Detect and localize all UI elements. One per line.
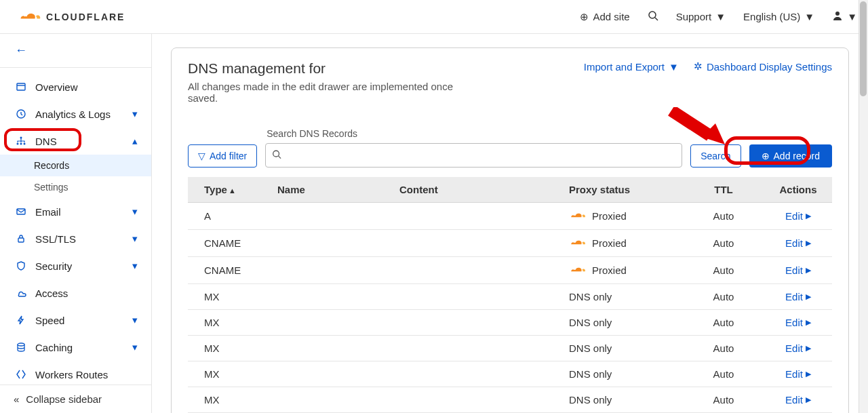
svg-point-13 [273,151,279,157]
edit-button[interactable]: Edit▶ [785,210,811,222]
edit-button[interactable]: Edit▶ [785,264,811,276]
workers-icon [14,368,28,381]
sidebar-item-speed[interactable]: Speed ▾ [0,307,151,334]
edit-button[interactable]: Edit▶ [785,317,811,328]
add-site-label: Add site [593,11,629,22]
table-row: MXDNS onlyAutoEdit▶ [188,336,832,361]
import-export-menu[interactable]: Import and Export ▼ [584,61,679,73]
table-row: AProxiedAutoEdit▶ [188,203,832,230]
cell-type: A [188,203,269,230]
chevron-down-icon: ▾ [132,314,138,326]
cell-actions: Edit▶ [764,310,832,336]
chevron-down-icon: ▼ [669,61,679,73]
search-input[interactable] [265,143,682,168]
display-settings-label: Dashboard Display Settings [707,61,832,73]
topbar-right: ⊕ Add site Support ▼ English (US) ▼ ▼ [580,10,857,23]
sidebar-label: DNS [35,136,57,147]
search-button[interactable]: Search [690,144,741,168]
edit-label: Edit [785,394,803,406]
cell-name [269,230,391,257]
chevron-right-icon: ▶ [806,318,811,327]
cell-actions: Edit▶ [764,387,832,413]
support-menu[interactable]: Support ▼ [676,11,726,22]
sidebar-item-workers[interactable]: Workers Routes [0,361,151,385]
sidebar-item-dns[interactable]: DNS ▴ [0,127,151,155]
chevron-down-icon: ▼ [804,11,814,22]
search-label: Search DNS Records [265,128,682,139]
sidebar-item-caching[interactable]: Caching ▾ [0,334,151,361]
edit-label: Edit [785,210,803,222]
svg-point-2 [835,12,840,16]
cloud-proxied-icon [569,237,587,250]
edit-button[interactable]: Edit▶ [785,368,811,380]
scrollbar-thumb[interactable] [860,1,867,96]
cell-proxy: Proxied [561,230,683,257]
sidebar-label: Security [35,260,72,272]
language-menu[interactable]: English (US) ▼ [743,11,814,22]
search-icon [272,150,281,161]
plus-circle-icon: ⊕ [762,151,770,161]
cell-name [269,361,391,387]
chevron-down-icon: ▾ [132,108,138,120]
topbar-search-button[interactable] [648,10,658,23]
cell-proxy: DNS only [561,387,683,413]
edit-button[interactable]: Edit▶ [785,237,811,249]
col-content[interactable]: Content [391,177,561,203]
edit-label: Edit [785,264,803,276]
chevron-down-icon: ▾ [132,260,138,272]
chevron-down-icon: ▼ [715,11,726,22]
cell-content [391,361,561,387]
sidebar-item-overview[interactable]: Overview [0,73,151,100]
cell-type: CNAME [188,257,269,284]
sidebar-subitem-settings[interactable]: Settings [34,176,151,198]
cell-proxy: Proxied [561,203,683,230]
sidebar-label: Analytics & Logs [35,109,111,120]
col-ttl[interactable]: TTL [683,177,764,203]
cell-proxy: DNS only [561,361,683,387]
svg-point-9 [24,143,26,145]
cell-content [391,387,561,413]
add-site-button[interactable]: ⊕ Add site [580,11,629,23]
edit-button[interactable]: Edit▶ [785,291,811,302]
brand-logo[interactable]: CLOUDFLARE [11,7,125,26]
col-actions[interactable]: Actions [764,177,832,203]
page-title: DNS management for [188,60,479,77]
display-settings-button[interactable]: ✲ Dashboard Display Settings [694,60,832,73]
scrollbar[interactable] [859,0,868,413]
sidebar-item-analytics[interactable]: Analytics & Logs ▾ [0,100,151,127]
cell-content [391,203,561,230]
sidebar-label: Email [35,206,61,218]
collapse-sidebar-button[interactable]: « Collapse sidebar [0,385,151,413]
cloud-key-icon [14,286,28,300]
col-type[interactable]: Type▲ [188,177,269,203]
table-row: CNAMEProxiedAutoEdit▶ [188,230,832,257]
filter-icon: ▽ [198,151,205,161]
table-row: MXDNS onlyAutoEdit▶ [188,284,832,310]
add-filter-button[interactable]: ▽ Add filter [188,144,257,168]
cell-ttl: Auto [683,257,764,284]
col-name[interactable]: Name [269,177,391,203]
svg-line-14 [279,156,281,159]
svg-line-1 [655,18,658,20]
back-button[interactable]: ← [0,34,151,67]
cell-type: MX [188,387,269,413]
cell-ttl: Auto [683,387,764,413]
sidebar-subitem-records[interactable]: Records [0,155,151,176]
col-proxy[interactable]: Proxy status [561,177,683,203]
table-row: MXDNS onlyAutoEdit▶ [188,361,832,387]
add-record-button[interactable]: ⊕ Add record [749,144,832,168]
sidebar-item-access[interactable]: Access [0,279,151,307]
sidebar-label: SSL/TLS [35,233,76,245]
user-menu[interactable]: ▼ [832,10,857,23]
edit-button[interactable]: Edit▶ [785,342,811,354]
table-row: MXDNS onlyAutoEdit▶ [188,310,832,336]
user-icon [832,10,843,23]
cell-ttl: Auto [683,361,764,387]
sidebar-item-security[interactable]: Security ▾ [0,252,151,279]
email-icon [14,205,28,218]
overview-icon [14,80,28,94]
sidebar-item-ssl[interactable]: SSL/TLS ▾ [0,225,151,252]
edit-button[interactable]: Edit▶ [785,394,811,406]
sidebar-item-email[interactable]: Email ▾ [0,198,151,225]
cell-type: MX [188,336,269,361]
